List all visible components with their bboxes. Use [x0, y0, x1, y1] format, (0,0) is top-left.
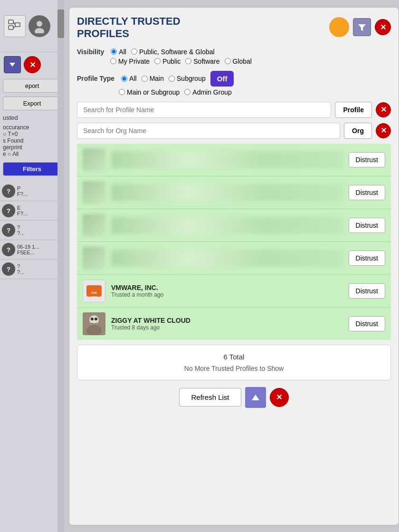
blurred-content: [111, 151, 343, 168]
clear-org-button[interactable]: ✕: [376, 123, 391, 138]
sidebar-top: [0, 0, 64, 52]
svg-rect-1: [9, 26, 13, 29]
close-button[interactable]: ✕: [24, 56, 41, 73]
summary-box: 6 Total No More Trusted Profiles to Show: [77, 345, 391, 380]
report-button[interactable]: eport: [3, 79, 61, 93]
blurred-content: [111, 250, 343, 267]
svg-marker-7: [10, 63, 15, 67]
type-admin-group[interactable]: Admin Group: [184, 88, 231, 96]
list-item[interactable]: ? PF?...: [0, 182, 64, 201]
blurred-profile-item: Distrust: [77, 176, 391, 209]
ziggy-avatar: [83, 312, 105, 335]
profile-type-label: Profile Type: [77, 75, 114, 82]
visibility-software[interactable]: Software: [185, 58, 219, 65]
item-label: EF?...: [17, 205, 28, 216]
blurred-avatar: [83, 214, 105, 237]
item-avatar: ?: [2, 223, 15, 237]
item-avatar: ?: [2, 262, 15, 276]
refresh-list-button[interactable]: Refresh List: [179, 388, 241, 406]
off-toggle-button[interactable]: Off: [210, 71, 234, 87]
blurred-profile-item: Distrust: [77, 242, 391, 275]
distrust-button[interactable]: Distrust: [349, 152, 385, 167]
vmware-name: VMWARE, INC.: [111, 284, 349, 291]
list-item[interactable]: ? 06-19 1...F5EE...: [0, 240, 64, 260]
close-panel-button[interactable]: ✕: [375, 19, 391, 35]
visibility-my-private[interactable]: My Private: [110, 58, 150, 65]
visibility-global[interactable]: Global: [225, 58, 252, 65]
blurred-content: [111, 184, 343, 201]
svg-point-13: [89, 315, 99, 325]
list-item[interactable]: ? EF?...: [0, 201, 64, 221]
export-button[interactable]: Export: [3, 97, 61, 110]
no-more-message: No More Trusted Profiles to Show: [85, 365, 383, 372]
item-avatar: ?: [2, 243, 15, 256]
panel-header: DIRECTLY TRUSTED PROFILES ✕: [77, 15, 391, 40]
profile-type-section: Profile Type All Main Subgroup Off Main …: [77, 71, 391, 96]
distrust-vmware-button[interactable]: Distrust: [349, 283, 385, 299]
distrust-ziggy-button[interactable]: Distrust: [349, 316, 385, 331]
profile-item-vmware: vm ware VMWARE, INC. Trusted a month ago…: [77, 275, 391, 308]
list-item[interactable]: ? ??...: [0, 260, 64, 279]
profile-type-row1: Profile Type All Main Subgroup Off: [77, 71, 391, 87]
blurred-profile-item: Distrust: [77, 144, 391, 176]
type-subgroup[interactable]: Subgroup: [169, 75, 206, 82]
svg-point-5: [37, 21, 42, 27]
visibility-row2: My Private Public Software Global: [77, 58, 391, 65]
visibility-label: Visibility: [77, 48, 104, 56]
panel-footer: Refresh List ✕: [77, 387, 391, 408]
blurred-avatar: [83, 181, 105, 204]
vmware-info: VMWARE, INC. Trusted a month ago: [111, 284, 349, 298]
distrust-button[interactable]: Distrust: [349, 218, 385, 233]
search-org-input[interactable]: [77, 123, 340, 139]
sidebar-list: ? PF?... ? EF?... ? ??... ? 06-19 1...F5…: [0, 182, 64, 279]
scrollbar-track[interactable]: [57, 0, 64, 532]
occurrence-label: occurance○ T+0s Foundgerprinte ○ All: [0, 123, 64, 158]
header-icons: ✕: [329, 17, 391, 37]
search-org-row: Org ✕: [77, 123, 391, 139]
type-main-or-subgroup[interactable]: Main or Subgroup: [119, 88, 180, 96]
page-title: DIRECTLY TRUSTED PROFILES: [77, 15, 329, 40]
profile-type-row2: Main or Subgroup Admin Group: [77, 88, 391, 96]
vmware-trusted: Trusted a month ago: [111, 291, 349, 298]
blurred-content: [111, 217, 343, 234]
orange-indicator: [329, 17, 349, 37]
blurred-avatar: [83, 247, 105, 270]
visibility-public[interactable]: Public: [154, 58, 180, 65]
svg-rect-2: [15, 23, 20, 27]
visibility-section: Visibility All Public, Software & Global…: [77, 48, 391, 65]
search-profile-input[interactable]: [77, 102, 331, 118]
filter-button[interactable]: [353, 18, 371, 36]
list-item[interactable]: ? ??...: [0, 221, 64, 240]
org-search-button[interactable]: Org: [344, 123, 372, 139]
svg-marker-17: [252, 395, 259, 400]
user-avatar[interactable]: [28, 15, 50, 37]
svg-point-15: [91, 318, 94, 320]
distrust-button[interactable]: Distrust: [349, 185, 385, 200]
filters-button[interactable]: Filters: [3, 162, 61, 176]
triangle-button[interactable]: [4, 56, 21, 73]
svg-text:ware: ware: [90, 295, 97, 298]
svg-rect-0: [9, 20, 13, 24]
visibility-public-software-global[interactable]: Public, Software & Global: [131, 48, 215, 56]
scrollbar-thumb[interactable]: [57, 10, 64, 38]
vmware-logo: vm ware: [83, 280, 105, 302]
clear-profile-button[interactable]: ✕: [376, 102, 391, 117]
svg-point-6: [35, 28, 44, 33]
svg-point-16: [95, 318, 97, 320]
profile-item-ziggy: ZIGGY AT WHITE CLOUD Trusted 8 days ago …: [77, 308, 391, 340]
scroll-up-button[interactable]: [245, 387, 266, 408]
close-footer-button[interactable]: ✕: [270, 388, 289, 407]
sidebar-controls: ✕: [0, 52, 64, 77]
main-panel: DIRECTLY TRUSTED PROFILES ✕ Visibility A…: [69, 7, 399, 525]
ziggy-name: ZIGGY AT WHITE CLOUD: [111, 317, 349, 324]
distrust-button[interactable]: Distrust: [349, 251, 385, 266]
item-label: PF?...: [17, 185, 28, 197]
type-all[interactable]: All: [121, 75, 137, 82]
item-label: 06-19 1...F5EE...: [17, 244, 39, 255]
sidebar-network-icon[interactable]: [4, 15, 26, 37]
blurred-profile-item: Distrust: [77, 209, 391, 242]
profile-search-button[interactable]: Profile: [335, 102, 372, 118]
visibility-all[interactable]: All: [111, 48, 126, 56]
type-main[interactable]: Main: [142, 75, 164, 82]
item-label: ??...: [17, 263, 24, 275]
